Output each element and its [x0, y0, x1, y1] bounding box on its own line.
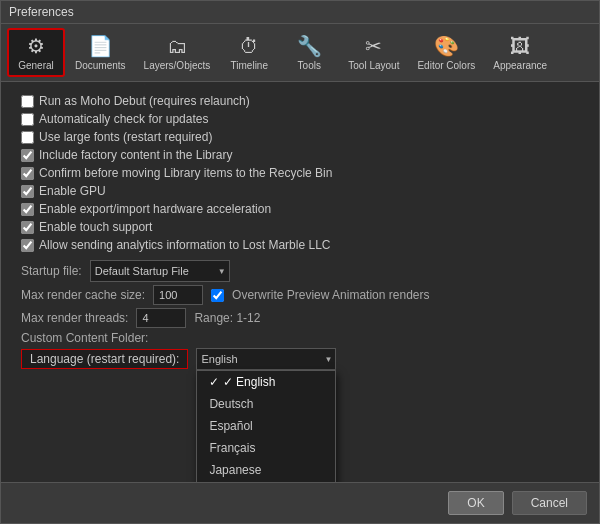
- preferences-window: Preferences ⚙General📄Documents🗂Layers/Ob…: [0, 0, 600, 524]
- general-icon: ⚙: [27, 34, 45, 58]
- checkbox-large-fonts[interactable]: [21, 131, 34, 144]
- checkbox-label-large-fonts[interactable]: Use large fonts (restart required): [21, 128, 579, 146]
- checkbox-label-run-moho-debut[interactable]: Run as Moho Debut (requires relaunch): [21, 92, 579, 110]
- toolbar-item-general[interactable]: ⚙General: [7, 28, 65, 77]
- range-label: Range: 1-12: [194, 311, 260, 325]
- checkbox-factory-content[interactable]: [21, 149, 34, 162]
- max-cache-label: Max render cache size:: [21, 288, 145, 302]
- toolbar-item-label: Tools: [298, 60, 321, 71]
- checkbox-auto-check-updates[interactable]: [21, 113, 34, 126]
- max-threads-label: Max render threads:: [21, 311, 128, 325]
- layers-objects-icon: 🗂: [167, 35, 187, 58]
- language-option-english[interactable]: ✓ English: [197, 371, 335, 393]
- language-option-japanese[interactable]: Japanese: [197, 459, 335, 481]
- language-option-francais[interactable]: Français: [197, 437, 335, 459]
- max-threads-row: Max render threads: Range: 1-12: [21, 308, 579, 328]
- startup-file-dropdown-wrapper: Default Startup File ▼: [90, 260, 230, 282]
- custom-content-label: Custom Content Folder:: [21, 331, 148, 345]
- custom-content-row: Custom Content Folder:: [21, 331, 579, 345]
- language-dropdown-wrapper: English ▼: [196, 348, 336, 370]
- window-title: Preferences: [9, 5, 74, 19]
- checkbox-text-confirm-recycle: Confirm before moving Library items to t…: [39, 166, 332, 180]
- checkbox-label-enable-gpu[interactable]: Enable GPU: [21, 182, 579, 200]
- toolbar-item-label: General: [18, 60, 54, 71]
- max-cache-input[interactable]: [153, 285, 203, 305]
- checkbox-run-moho-debut[interactable]: [21, 95, 34, 108]
- max-threads-input[interactable]: [136, 308, 186, 328]
- checkbox-enable-gpu[interactable]: [21, 185, 34, 198]
- toolbar-item-tool-layout[interactable]: ✂Tool Layout: [340, 30, 407, 75]
- language-label: Language (restart required):: [21, 349, 188, 369]
- checkbox-text-factory-content: Include factory content in the Library: [39, 148, 232, 162]
- checkbox-text-touch-support: Enable touch support: [39, 220, 152, 234]
- toolbar-item-documents[interactable]: 📄Documents: [67, 30, 134, 75]
- checkbox-label-auto-check-updates[interactable]: Automatically check for updates: [21, 110, 579, 128]
- checkbox-label-confirm-recycle[interactable]: Confirm before moving Library items to t…: [21, 164, 579, 182]
- checkbox-allow-analytics[interactable]: [21, 239, 34, 252]
- cancel-button[interactable]: Cancel: [512, 491, 587, 515]
- checkbox-confirm-recycle[interactable]: [21, 167, 34, 180]
- editor-colors-icon: 🎨: [434, 34, 459, 58]
- checkbox-text-enable-gpu: Enable GPU: [39, 184, 106, 198]
- toolbar-item-label: Layers/Objects: [144, 60, 211, 71]
- language-dropdown-container: English ▼ ✓ EnglishDeutschEspañolFrançai…: [196, 348, 336, 370]
- checkbox-container: Run as Moho Debut (requires relaunch)Aut…: [21, 92, 579, 254]
- title-bar: Preferences: [1, 1, 599, 24]
- language-dropdown[interactable]: English: [196, 348, 336, 370]
- checkbox-text-run-moho-debut: Run as Moho Debut (requires relaunch): [39, 94, 250, 108]
- toolbar-item-label: Timeline: [231, 60, 268, 71]
- tool-layout-icon: ✂: [365, 34, 382, 58]
- checkbox-text-export-import-accel: Enable export/import hardware accelerati…: [39, 202, 271, 216]
- ok-button[interactable]: OK: [448, 491, 503, 515]
- overwrite-preview-checkbox[interactable]: [211, 289, 224, 302]
- checkbox-label-factory-content[interactable]: Include factory content in the Library: [21, 146, 579, 164]
- checkbox-label-export-import-accel[interactable]: Enable export/import hardware accelerati…: [21, 200, 579, 218]
- toolbar-item-layers-objects[interactable]: 🗂Layers/Objects: [136, 31, 219, 75]
- toolbar-item-label: Appearance: [493, 60, 547, 71]
- checkbox-label-touch-support[interactable]: Enable touch support: [21, 218, 579, 236]
- toolbar-item-appearance[interactable]: 🖼Appearance: [485, 31, 555, 75]
- language-row: Language (restart required): English ▼ ✓…: [21, 348, 579, 370]
- startup-file-row: Startup file: Default Startup File ▼: [21, 260, 579, 282]
- toolbar: ⚙General📄Documents🗂Layers/Objects⏱Timeli…: [1, 24, 599, 82]
- documents-icon: 📄: [88, 34, 113, 58]
- language-current-value: English: [201, 353, 237, 365]
- checkbox-text-auto-check-updates: Automatically check for updates: [39, 112, 208, 126]
- language-option-espanol[interactable]: Español: [197, 415, 335, 437]
- language-option-deutsch[interactable]: Deutsch: [197, 393, 335, 415]
- checkbox-label-allow-analytics[interactable]: Allow sending analytics information to L…: [21, 236, 579, 254]
- max-cache-row: Max render cache size: Overwrite Preview…: [21, 285, 579, 305]
- toolbar-item-tools[interactable]: 🔧Tools: [280, 30, 338, 75]
- toolbar-item-label: Documents: [75, 60, 126, 71]
- footer: OK Cancel: [1, 482, 599, 523]
- appearance-icon: 🖼: [510, 35, 530, 58]
- toolbar-item-label: Tool Layout: [348, 60, 399, 71]
- startup-file-label: Startup file:: [21, 264, 82, 278]
- main-content: Run as Moho Debut (requires relaunch)Aut…: [1, 82, 599, 482]
- toolbar-item-editor-colors[interactable]: 🎨Editor Colors: [409, 30, 483, 75]
- checkbox-export-import-accel[interactable]: [21, 203, 34, 216]
- toolbar-item-timeline[interactable]: ⏱Timeline: [220, 31, 278, 75]
- timeline-icon: ⏱: [239, 35, 259, 58]
- overwrite-preview-label: Overwrite Preview Animation renders: [232, 288, 429, 302]
- checkbox-text-allow-analytics: Allow sending analytics information to L…: [39, 238, 330, 252]
- language-popup: ✓ EnglishDeutschEspañolFrançaisJapaneseR…: [196, 370, 336, 482]
- startup-file-dropdown[interactable]: Default Startup File: [90, 260, 230, 282]
- checkbox-touch-support[interactable]: [21, 221, 34, 234]
- language-option-russian[interactable]: Russian: [197, 481, 335, 482]
- checkbox-text-large-fonts: Use large fonts (restart required): [39, 130, 212, 144]
- toolbar-item-label: Editor Colors: [417, 60, 475, 71]
- tools-icon: 🔧: [297, 34, 322, 58]
